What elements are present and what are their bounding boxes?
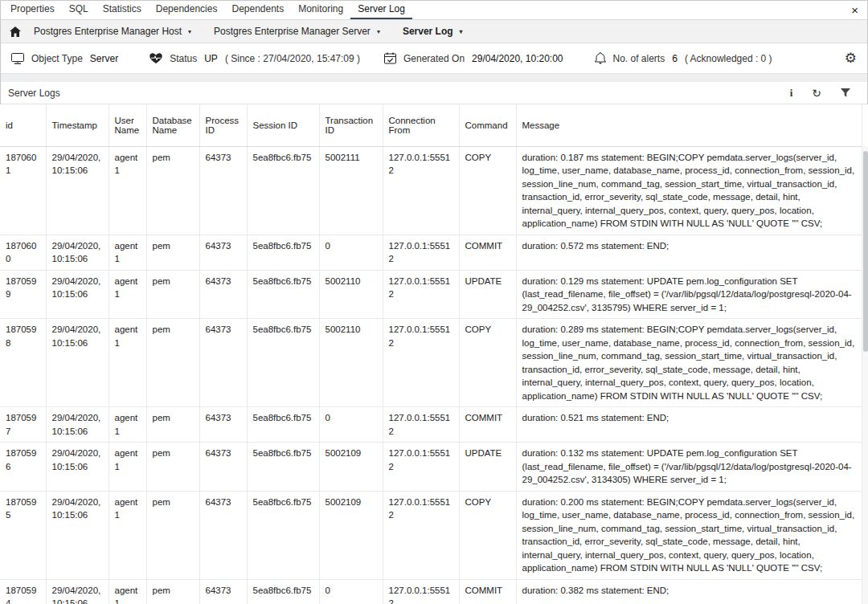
cell-id[interactable]: 1870597 bbox=[0, 407, 46, 443]
cell-process-id[interactable]: 64373 bbox=[199, 270, 247, 319]
cell-timestamp[interactable]: 29/04/2020, 10:15:06 bbox=[46, 270, 108, 319]
tab-sql[interactable]: SQL bbox=[62, 0, 96, 19]
cell-database-name[interactable]: pem bbox=[146, 579, 199, 604]
cell-message[interactable]: duration: 0.289 ms statement: BEGIN;COPY… bbox=[516, 319, 862, 407]
cell-user-name[interactable]: agent1 bbox=[108, 579, 146, 604]
tab-statistics[interactable]: Statistics bbox=[96, 0, 149, 19]
cell-connection-from[interactable]: 127.0.0.1:55512 bbox=[383, 579, 459, 604]
cell-command[interactable]: COMMIT bbox=[459, 235, 516, 270]
cell-timestamp[interactable]: 29/04/2020, 10:15:06 bbox=[46, 319, 108, 407]
cell-connection-from[interactable]: 127.0.0.1:55512 bbox=[383, 146, 459, 235]
table-row[interactable]: 187059629/04/2020, 10:15:06agent1pem6437… bbox=[0, 443, 862, 492]
cell-message[interactable]: duration: 0.521 ms statement: END; bbox=[516, 407, 862, 443]
cell-session-id[interactable]: 5ea8fbc6.fb75 bbox=[247, 270, 319, 319]
cell-user-name[interactable]: agent1 bbox=[108, 319, 146, 407]
cell-database-name[interactable]: pem bbox=[146, 491, 199, 579]
cell-transaction-id[interactable]: 5002109 bbox=[319, 491, 383, 579]
cell-id[interactable]: 1870598 bbox=[0, 319, 46, 407]
cell-session-id[interactable]: 5ea8fbc6.fb75 bbox=[247, 579, 319, 604]
cell-id[interactable]: 1870594 bbox=[0, 579, 46, 604]
cell-process-id[interactable]: 64373 bbox=[199, 235, 247, 270]
column-header-user-name[interactable]: User Name bbox=[108, 104, 146, 146]
gear-icon[interactable]: ⚙ bbox=[845, 51, 857, 65]
cell-connection-from[interactable]: 127.0.0.1:55512 bbox=[383, 270, 459, 319]
cell-connection-from[interactable]: 127.0.0.1:55512 bbox=[383, 491, 459, 579]
tab-dependencies[interactable]: Dependencies bbox=[149, 0, 225, 19]
cell-command[interactable]: UPDATE bbox=[459, 443, 516, 492]
cell-id[interactable]: 1870601 bbox=[0, 146, 46, 235]
column-header-command[interactable]: Command bbox=[459, 104, 516, 146]
cell-process-id[interactable]: 64373 bbox=[199, 579, 247, 604]
cell-timestamp[interactable]: 29/04/2020, 10:15:06 bbox=[46, 443, 108, 492]
scrollbar-thumb[interactable] bbox=[863, 151, 868, 352]
cell-database-name[interactable]: pem bbox=[146, 270, 199, 319]
cell-timestamp[interactable]: 29/04/2020, 10:15:06 bbox=[46, 579, 108, 604]
cell-session-id[interactable]: 5ea8fbc6.fb75 bbox=[247, 319, 319, 407]
cell-transaction-id[interactable]: 0 bbox=[319, 579, 383, 604]
vertical-scrollbar[interactable] bbox=[862, 146, 868, 604]
cell-timestamp[interactable]: 29/04/2020, 10:15:06 bbox=[46, 235, 108, 270]
cell-transaction-id[interactable]: 5002111 bbox=[319, 146, 383, 235]
cell-session-id[interactable]: 5ea8fbc6.fb75 bbox=[247, 146, 319, 235]
cell-message[interactable]: duration: 0.187 ms statement: BEGIN;COPY… bbox=[516, 146, 862, 235]
cell-database-name[interactable]: pem bbox=[146, 319, 199, 407]
info-icon[interactable]: i bbox=[790, 87, 793, 100]
cell-user-name[interactable]: agent1 bbox=[108, 491, 146, 579]
column-header-connection-from[interactable]: Connection From bbox=[383, 104, 459, 146]
home-icon[interactable] bbox=[10, 27, 21, 37]
cell-connection-from[interactable]: 127.0.0.1:55512 bbox=[383, 407, 459, 443]
cell-database-name[interactable]: pem bbox=[146, 235, 199, 270]
tab-dependents[interactable]: Dependents bbox=[224, 0, 291, 19]
cell-transaction-id[interactable]: 5002110 bbox=[319, 270, 383, 319]
table-row[interactable]: 187060029/04/2020, 10:15:06agent1pem6437… bbox=[0, 235, 862, 270]
table-row[interactable]: 187059829/04/2020, 10:15:06agent1pem6437… bbox=[0, 319, 862, 407]
cell-user-name[interactable]: agent1 bbox=[108, 443, 146, 492]
table-row[interactable]: 187059429/04/2020, 10:15:06agent1pem6437… bbox=[0, 579, 862, 604]
column-header-transaction-id[interactable]: Transaction ID bbox=[319, 104, 383, 146]
cell-command[interactable]: COPY bbox=[459, 491, 516, 579]
tab-server-log[interactable]: Server Log bbox=[350, 0, 412, 19]
column-header-database-name[interactable]: Database Name bbox=[146, 104, 199, 146]
cell-id[interactable]: 1870600 bbox=[0, 235, 46, 270]
cell-user-name[interactable]: agent1 bbox=[108, 407, 146, 443]
cell-id[interactable]: 1870599 bbox=[0, 270, 46, 319]
cell-user-name[interactable]: agent1 bbox=[108, 146, 146, 235]
cell-process-id[interactable]: 64373 bbox=[199, 146, 247, 235]
cell-timestamp[interactable]: 29/04/2020, 10:15:06 bbox=[46, 491, 108, 579]
cell-database-name[interactable]: pem bbox=[146, 146, 199, 235]
close-icon[interactable]: × bbox=[845, 4, 865, 16]
cell-command[interactable]: UPDATE bbox=[459, 270, 516, 319]
cell-user-name[interactable]: agent1 bbox=[108, 235, 146, 270]
cell-database-name[interactable]: pem bbox=[146, 407, 199, 443]
table-row[interactable]: 187059729/04/2020, 10:15:06agent1pem6437… bbox=[0, 407, 862, 443]
breadcrumb-item-postgres-enterprise-manager-server[interactable]: Postgres Enterprise Manager Server▾ bbox=[214, 26, 380, 37]
cell-session-id[interactable]: 5ea8fbc6.fb75 bbox=[247, 407, 319, 443]
filter-icon[interactable] bbox=[841, 88, 850, 97]
cell-id[interactable]: 1870595 bbox=[0, 491, 46, 579]
cell-id[interactable]: 1870596 bbox=[0, 443, 46, 492]
breadcrumb-item-postgres-enterprise-manager-host[interactable]: Postgres Enterprise Manager Host▾ bbox=[34, 26, 191, 37]
cell-transaction-id[interactable]: 0 bbox=[319, 407, 383, 443]
table-row[interactable]: 187059929/04/2020, 10:15:06agent1pem6437… bbox=[0, 270, 862, 319]
tab-properties[interactable]: Properties bbox=[3, 0, 62, 19]
cell-message[interactable]: duration: 0.382 ms statement: END; bbox=[516, 579, 862, 604]
table-row[interactable]: 187060129/04/2020, 10:15:06agent1pem6437… bbox=[0, 146, 862, 235]
cell-process-id[interactable]: 64373 bbox=[199, 491, 247, 579]
column-header-process-id[interactable]: Process ID bbox=[199, 104, 247, 146]
cell-database-name[interactable]: pem bbox=[146, 443, 199, 492]
cell-user-name[interactable]: agent1 bbox=[108, 270, 146, 319]
column-header-timestamp[interactable]: Timestamp bbox=[46, 104, 108, 146]
cell-process-id[interactable]: 64373 bbox=[199, 319, 247, 407]
cell-timestamp[interactable]: 29/04/2020, 10:15:06 bbox=[46, 407, 108, 443]
cell-command[interactable]: COMMIT bbox=[459, 579, 516, 604]
cell-connection-from[interactable]: 127.0.0.1:55512 bbox=[383, 443, 459, 492]
column-header-message[interactable]: Message bbox=[516, 104, 862, 146]
cell-message[interactable]: duration: 0.129 ms statement: UPDATE pem… bbox=[516, 270, 862, 319]
cell-command[interactable]: COPY bbox=[459, 146, 516, 235]
cell-connection-from[interactable]: 127.0.0.1:55512 bbox=[383, 319, 459, 407]
column-header-session-id[interactable]: Session ID bbox=[247, 104, 319, 146]
cell-session-id[interactable]: 5ea8fbc6.fb75 bbox=[247, 235, 319, 270]
column-header-id[interactable]: id bbox=[0, 104, 46, 146]
cell-session-id[interactable]: 5ea8fbc6.fb75 bbox=[247, 443, 319, 492]
cell-command[interactable]: COPY bbox=[459, 319, 516, 407]
